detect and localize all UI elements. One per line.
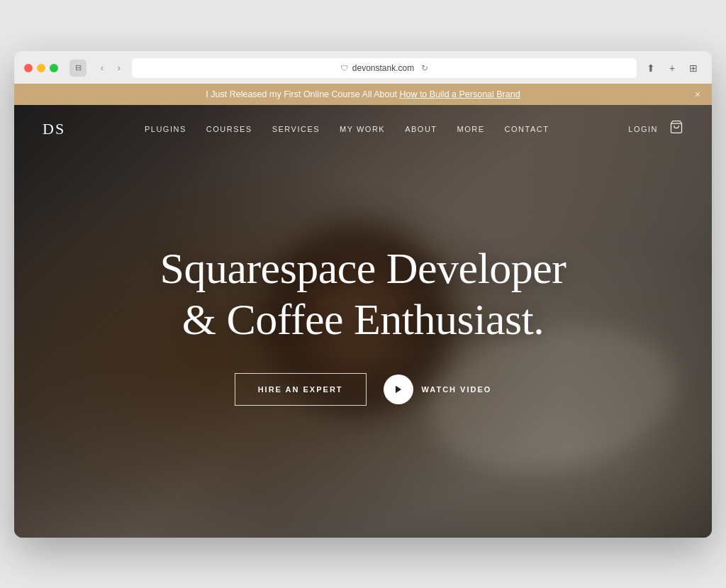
nav-my-work[interactable]: MY WORK (340, 125, 385, 133)
hero-title-line2: & Coffee Enthusiast. (182, 295, 544, 343)
svg-marker-1 (395, 386, 401, 394)
login-link[interactable]: LOGIN (628, 125, 658, 133)
nav-contact[interactable]: CONTACT (505, 125, 549, 133)
browser-titlebar: ⊟ ‹ › 🛡 devonstank.com ↻ ⬆ + ⊞ (24, 58, 702, 84)
watch-video-label: WATCH VIDEO (422, 385, 492, 394)
back-button[interactable]: ‹ (95, 61, 109, 75)
cart-icon[interactable] (669, 120, 683, 138)
nav-links: PLUGINS COURSES SERVICES MY WORK ABOUT M… (145, 125, 549, 133)
nav-more[interactable]: MORE (457, 125, 485, 133)
sidebar-toggle-btn[interactable]: ⊟ (69, 60, 86, 77)
browser-nav: ‹ › (95, 61, 126, 75)
nav-about[interactable]: ABOUT (405, 125, 437, 133)
browser-window: ⊟ ‹ › 🛡 devonstank.com ↻ ⬆ + ⊞ (14, 51, 712, 538)
maximize-traffic-light[interactable] (50, 64, 58, 72)
nav-courses[interactable]: COURSES (206, 125, 252, 133)
toolbar-icons: ⬆ + ⊞ (642, 60, 702, 77)
forward-button[interactable]: › (112, 61, 126, 75)
play-icon (384, 375, 413, 404)
address-bar-row: 🛡 devonstank.com ↻ (132, 58, 637, 78)
minimize-traffic-light[interactable] (37, 64, 45, 72)
browser-chrome: ⊟ ‹ › 🛡 devonstank.com ↻ ⬆ + ⊞ (14, 51, 712, 84)
site-logo[interactable]: DS (43, 120, 65, 138)
announcement-text: I Just Released my First Online Course A… (206, 89, 399, 99)
website-content: I Just Released my First Online Course A… (14, 84, 712, 538)
close-traffic-light[interactable] (24, 64, 33, 72)
hero-section: I Just Released my First Online Course A… (14, 84, 712, 538)
traffic-lights (24, 64, 58, 72)
hero-title: Squarespace Developer & Coffee Enthusias… (160, 243, 566, 345)
refresh-icon[interactable]: ↻ (421, 63, 428, 73)
hero-buttons: HIRE AN EXPERT WATCH VIDEO (160, 373, 566, 406)
hero-title-line1: Squarespace Developer (160, 244, 566, 292)
watch-video-button[interactable]: WATCH VIDEO (384, 375, 492, 404)
announcement-link[interactable]: How to Build a Personal Brand (399, 89, 520, 99)
address-bar[interactable]: 🛡 devonstank.com ↻ (132, 58, 637, 78)
hero-content: Squarespace Developer & Coffee Enthusias… (117, 243, 608, 406)
grid-icon[interactable]: ⊞ (685, 60, 702, 77)
nav-plugins[interactable]: PLUGINS (145, 125, 186, 133)
nav-services[interactable]: SERVICES (272, 125, 320, 133)
new-tab-icon[interactable]: + (664, 60, 681, 77)
browser-controls: ⊟ (69, 60, 86, 77)
share-icon[interactable]: ⬆ (642, 60, 659, 77)
announcement-close-button[interactable]: × (695, 89, 700, 100)
nav-right: LOGIN (628, 120, 683, 138)
announcement-bar: I Just Released my First Online Course A… (14, 84, 712, 105)
url-text: devonstank.com (352, 63, 414, 73)
hire-expert-button[interactable]: HIRE AN EXPERT (235, 373, 367, 406)
site-navigation: DS PLUGINS COURSES SERVICES MY WORK ABOU… (14, 106, 712, 152)
shield-icon: 🛡 (340, 64, 348, 72)
